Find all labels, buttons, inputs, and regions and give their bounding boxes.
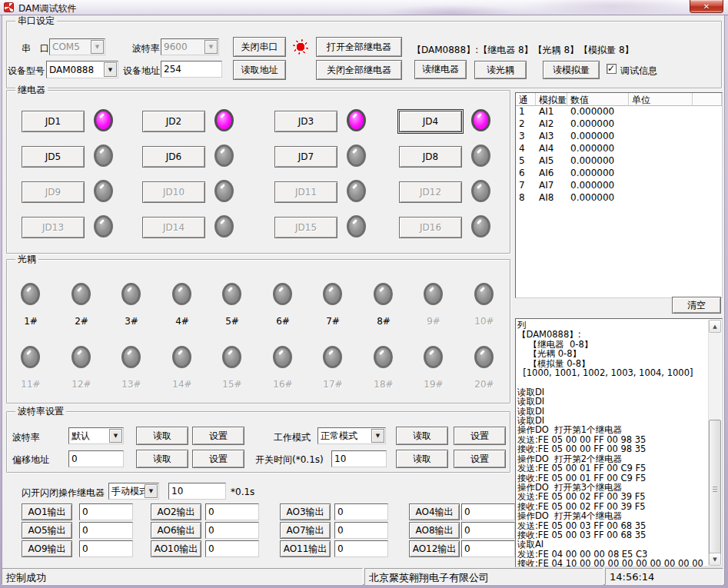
chevron-down-icon[interactable]: ▼ — [145, 484, 158, 498]
relay-button-JD15[interactable]: JD15 — [274, 217, 337, 238]
analog-table-row[interactable]: 2AI20.000000 — [516, 118, 722, 131]
relay-button-JD13[interactable]: JD13 — [22, 217, 85, 238]
analog-table-row[interactable]: 7AI70.000000 — [516, 180, 722, 192]
title-bar[interactable]: DAM调试软件 ✕ — [0, 0, 728, 15]
work-mode-read-button[interactable]: 读取 — [396, 427, 448, 445]
work-mode-select[interactable]: 正常模式 ▼ — [317, 427, 386, 444]
close-button[interactable]: ✕ — [690, 0, 723, 13]
flash-mode-select[interactable]: 手动模式 ▼ — [108, 483, 159, 500]
ao-input-AO12输出[interactable] — [461, 540, 515, 557]
ao-input-AO1输出[interactable] — [79, 503, 133, 520]
close-all-relays-button[interactable]: 关闭全部继电器 — [316, 60, 402, 80]
baud-read-button[interactable]: 读取 — [136, 427, 188, 445]
relay-button-JD14[interactable]: JD14 — [142, 217, 205, 238]
offset-read-button[interactable]: 读取 — [136, 450, 188, 468]
ao-input-AO10输出[interactable] — [205, 540, 259, 557]
open-all-relays-button[interactable]: 打开全部继电器 — [316, 37, 402, 57]
ao-button-AO1输出[interactable]: AO1输出 — [22, 503, 72, 520]
port-select[interactable]: COM5 ▼ — [49, 38, 105, 55]
ao-button-AO2输出[interactable]: AO2输出 — [151, 503, 201, 520]
flash-unit-label: *0.1s — [231, 487, 254, 497]
address-input[interactable] — [161, 61, 222, 78]
ao-button-AO12输出[interactable]: AO12输出 — [409, 540, 460, 557]
relay-button-JD8[interactable]: JD8 — [399, 146, 462, 168]
app-window: DAM调试软件 ✕ 串口设定 串 口 COM5 ▼ 波特率 9600 ▼ 关闭串… — [0, 0, 728, 588]
relay-button-JD4[interactable]: JD4 — [399, 111, 462, 132]
relay-button-JD16[interactable]: JD16 — [399, 217, 462, 238]
offset-set-button[interactable]: 设置 — [192, 450, 244, 468]
chevron-down-icon[interactable]: ▼ — [109, 429, 122, 443]
chevron-down-icon[interactable]: ▼ — [91, 40, 104, 54]
scroll-thumb[interactable] — [709, 420, 721, 560]
analog-table-cell: 2 — [516, 118, 536, 131]
debug-checkbox[interactable] — [607, 64, 617, 74]
ao-button-AO3输出[interactable]: AO3输出 — [280, 503, 331, 520]
baudrate-select[interactable]: 9600 ▼ — [161, 38, 219, 55]
switch-time-set-button[interactable]: 设置 — [454, 450, 506, 468]
offset-input[interactable] — [68, 450, 124, 467]
analog-table-header: 通 模拟量 数值 单位 — [516, 93, 722, 106]
relay-button-JD11[interactable]: JD11 — [274, 181, 337, 203]
baudrate-setting-select[interactable]: 默认 ▼ — [68, 427, 124, 444]
baudrate-setting-label: 波特率 — [12, 431, 40, 444]
flash-time-input[interactable] — [168, 483, 226, 500]
column-header[interactable]: 通 — [516, 93, 536, 106]
relay-button-JD5[interactable]: JD5 — [22, 146, 85, 168]
ao-button-AO4输出[interactable]: AO4输出 — [409, 503, 460, 520]
work-mode-set-button[interactable]: 设置 — [454, 427, 506, 445]
baudrate-label: 波特率 — [132, 42, 160, 55]
analog-table-cell — [693, 143, 722, 155]
analog-table-row[interactable]: 1AI10.000000 — [516, 106, 722, 118]
read-relay-button[interactable]: 读继电器 — [414, 60, 467, 79]
ao-button-AO11输出[interactable]: AO11输出 — [280, 540, 331, 557]
ao-input-AO3输出[interactable] — [334, 503, 388, 520]
chevron-down-icon[interactable]: ▼ — [204, 40, 218, 54]
read-address-button[interactable]: 读取地址 — [233, 60, 286, 80]
ao-input-AO7输出[interactable] — [334, 522, 388, 539]
relay-button-JD10[interactable]: JD10 — [142, 181, 205, 203]
scroll-up-icon[interactable]: ▲ — [709, 320, 721, 333]
chevron-down-icon[interactable]: ▼ — [371, 429, 384, 443]
read-opto-button[interactable]: 读光耦 — [474, 61, 527, 79]
ao-button-AO5输出[interactable]: AO5输出 — [22, 522, 72, 539]
relay-button-JD3[interactable]: JD3 — [274, 111, 337, 132]
ao-input-AO8输出[interactable] — [461, 522, 515, 539]
ao-button-AO9输出[interactable]: AO9输出 — [22, 540, 72, 557]
ao-input-AO2输出[interactable] — [205, 503, 259, 520]
relay-button-JD7[interactable]: JD7 — [274, 146, 337, 168]
model-select[interactable]: DAM0888 ▼ — [46, 61, 118, 78]
baud-set-button[interactable]: 设置 — [192, 427, 244, 445]
switch-time-read-button[interactable]: 读取 — [396, 450, 448, 468]
scroll-down-icon[interactable]: ▼ — [709, 553, 721, 566]
log-scrollbar[interactable]: ▲ ▼ — [708, 320, 721, 566]
ao-button-AO10输出[interactable]: AO10输出 — [151, 540, 201, 557]
ao-button-AO7输出[interactable]: AO7输出 — [280, 522, 331, 539]
relay-button-JD1[interactable]: JD1 — [22, 111, 85, 132]
relay-button-JD9[interactable]: JD9 — [22, 181, 85, 203]
chevron-down-icon[interactable]: ▼ — [104, 62, 117, 77]
column-header[interactable]: 数值 — [567, 93, 629, 106]
close-serial-button[interactable]: 关闭串口 — [233, 37, 286, 57]
ao-button-AO8输出[interactable]: AO8输出 — [409, 522, 460, 539]
ao-input-AO11输出[interactable] — [334, 540, 388, 557]
analog-table-row[interactable]: 8AI80.000000 — [516, 192, 722, 204]
column-header[interactable]: 模拟量 — [536, 93, 567, 106]
baudrate-select-value: 9600 — [164, 42, 188, 52]
ao-button-AO6输出[interactable]: AO6输出 — [151, 522, 201, 539]
read-analog-button[interactable]: 读模拟量 — [543, 61, 600, 79]
switch-time-input[interactable] — [331, 450, 387, 467]
relay-button-JD6[interactable]: JD6 — [142, 146, 205, 168]
clear-log-button[interactable]: 清空 — [672, 297, 721, 314]
relay-button-JD2[interactable]: JD2 — [142, 111, 205, 132]
analog-table-row[interactable]: 5AI50.000000 — [516, 155, 722, 168]
ao-input-AO5输出[interactable] — [79, 522, 133, 539]
column-header[interactable] — [693, 93, 722, 106]
column-header[interactable]: 单位 — [629, 93, 693, 106]
analog-table-row[interactable]: 6AI60.000000 — [516, 168, 722, 180]
ao-input-AO9输出[interactable] — [79, 540, 133, 557]
ao-input-AO6输出[interactable] — [205, 522, 259, 539]
relay-button-JD12[interactable]: JD12 — [399, 181, 462, 203]
analog-table-row[interactable]: 3AI30.000000 — [516, 131, 722, 143]
ao-input-AO4输出[interactable] — [461, 503, 515, 520]
analog-table-row[interactable]: 4AI40.000000 — [516, 143, 722, 155]
